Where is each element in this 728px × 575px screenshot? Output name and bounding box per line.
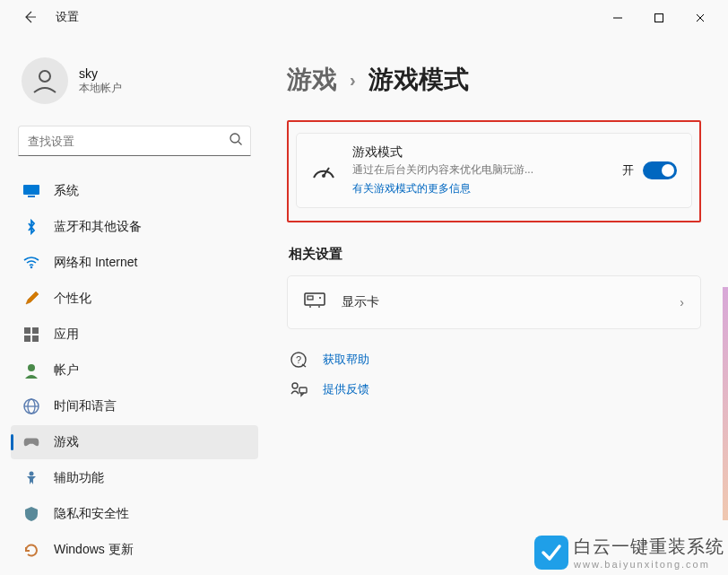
search-input[interactable] <box>28 135 229 148</box>
svg-rect-13 <box>32 335 39 342</box>
user-sub: 本地帐户 <box>79 81 122 96</box>
svg-point-5 <box>230 134 239 143</box>
svg-point-9 <box>30 266 33 269</box>
svg-point-23 <box>319 297 321 299</box>
sidebar-item-label: 个性化 <box>54 291 91 307</box>
sidebar-item-network[interactable]: 网络和 Internet <box>11 246 258 280</box>
shield-icon <box>23 506 39 522</box>
sidebar-item-time[interactable]: 时间和语言 <box>11 389 258 423</box>
breadcrumb: 游戏 › 游戏模式 <box>287 63 701 97</box>
sidebar-item-label: 隐私和安全性 <box>54 506 129 522</box>
svg-rect-8 <box>28 196 35 197</box>
sidebar-item-apps[interactable]: 应用 <box>11 318 258 352</box>
maximize-button[interactable] <box>638 4 680 32</box>
breadcrumb-parent[interactable]: 游戏 <box>287 63 337 97</box>
display-card-icon <box>304 292 325 312</box>
display-card-row[interactable]: 显示卡 › <box>287 275 701 329</box>
svg-point-4 <box>39 71 50 82</box>
svg-rect-7 <box>23 185 39 195</box>
back-button[interactable] <box>20 7 39 27</box>
gamepad-icon <box>23 434 39 450</box>
nav-list: 系统 蓝牙和其他设备 网络和 Internet 个性化 应用 <box>0 172 269 567</box>
sidebar-item-label: 游戏 <box>54 434 79 450</box>
svg-point-28 <box>292 383 298 388</box>
sidebar-item-label: 应用 <box>54 327 79 343</box>
game-mode-toggle[interactable] <box>643 161 677 179</box>
apps-icon <box>23 327 39 343</box>
svg-rect-29 <box>299 388 307 393</box>
sidebar: sky 本地帐户 系统 蓝牙和其他设备 <box>0 36 269 575</box>
settings-window: 设置 sky 本地帐户 系统 <box>0 0 728 575</box>
get-help-link[interactable]: ? 获取帮助 <box>289 351 701 369</box>
person-icon <box>23 362 39 379</box>
search-icon <box>229 132 243 150</box>
svg-rect-10 <box>24 327 30 334</box>
search-box[interactable] <box>18 126 251 156</box>
svg-rect-12 <box>24 335 30 342</box>
help-link-text: 获取帮助 <box>323 352 369 368</box>
help-icon: ? <box>289 351 308 369</box>
feedback-icon <box>289 381 308 397</box>
sidebar-item-label: 蓝牙和其他设备 <box>54 219 142 235</box>
feedback-link-text: 提供反馈 <box>323 381 369 397</box>
svg-rect-1 <box>655 14 663 22</box>
feedback-link[interactable]: 提供反馈 <box>289 381 701 397</box>
globe-icon <box>23 398 39 414</box>
svg-text:?: ? <box>296 354 301 365</box>
user-block[interactable]: sky 本地帐户 <box>0 57 269 126</box>
system-icon <box>23 183 39 199</box>
sidebar-item-update[interactable]: Windows 更新 <box>11 533 258 567</box>
card-desc: 通过在后台关闭内容来优化电脑玩游... <box>352 162 606 178</box>
accessibility-icon <box>23 470 39 486</box>
minimize-button[interactable] <box>597 4 638 32</box>
breadcrumb-current: 游戏模式 <box>368 63 469 97</box>
svg-rect-22 <box>308 296 313 300</box>
bluetooth-icon <box>23 219 39 235</box>
more-info-link[interactable]: 有关游戏模式的更多信息 <box>352 181 471 196</box>
svg-point-20 <box>322 174 325 178</box>
sidebar-item-label: 帐户 <box>54 362 79 379</box>
app-title: 设置 <box>56 9 79 25</box>
sidebar-item-label: 辅助功能 <box>54 470 104 486</box>
game-mode-card: 游戏模式 通过在后台关闭内容来优化电脑玩游... 有关游戏模式的更多信息 开 <box>296 133 692 208</box>
update-icon <box>23 542 39 558</box>
sidebar-item-label: 系统 <box>54 183 79 199</box>
svg-point-14 <box>28 364 35 371</box>
user-name: sky <box>79 66 122 81</box>
decorative-gradient <box>723 287 728 520</box>
highlight-box: 游戏模式 通过在后台关闭内容来优化电脑玩游... 有关游戏模式的更多信息 开 <box>287 120 701 222</box>
close-button[interactable] <box>680 4 721 32</box>
wifi-icon <box>23 255 39 271</box>
sidebar-item-privacy[interactable]: 隐私和安全性 <box>11 497 258 531</box>
display-card-label: 显示卡 <box>342 294 663 310</box>
brush-icon <box>23 291 39 307</box>
sidebar-item-label: Windows 更新 <box>54 542 134 558</box>
titlebar <box>0 0 728 36</box>
sidebar-item-gaming[interactable]: 游戏 <box>11 425 258 459</box>
card-title: 游戏模式 <box>352 144 606 161</box>
chevron-right-icon: › <box>680 295 684 309</box>
sidebar-item-personalization[interactable]: 个性化 <box>11 282 258 316</box>
svg-rect-11 <box>32 327 39 334</box>
sidebar-item-accounts[interactable]: 帐户 <box>11 353 258 388</box>
svg-line-6 <box>238 142 242 145</box>
related-settings-title: 相关设置 <box>289 246 701 263</box>
speedometer-icon <box>311 161 336 179</box>
sidebar-item-system[interactable]: 系统 <box>11 174 258 208</box>
avatar <box>22 57 68 104</box>
main-content: 游戏 › 游戏模式 游戏模式 通过在后台关闭内容来优化电脑玩游... 有关游戏模… <box>269 36 728 575</box>
sidebar-item-accessibility[interactable]: 辅助功能 <box>11 461 258 495</box>
sidebar-item-label: 网络和 Internet <box>54 255 137 271</box>
toggle-state-label: 开 <box>622 162 634 179</box>
sidebar-item-bluetooth[interactable]: 蓝牙和其他设备 <box>11 210 258 244</box>
chevron-right-icon: › <box>350 70 356 91</box>
svg-point-18 <box>30 472 34 476</box>
sidebar-item-label: 时间和语言 <box>54 398 117 414</box>
